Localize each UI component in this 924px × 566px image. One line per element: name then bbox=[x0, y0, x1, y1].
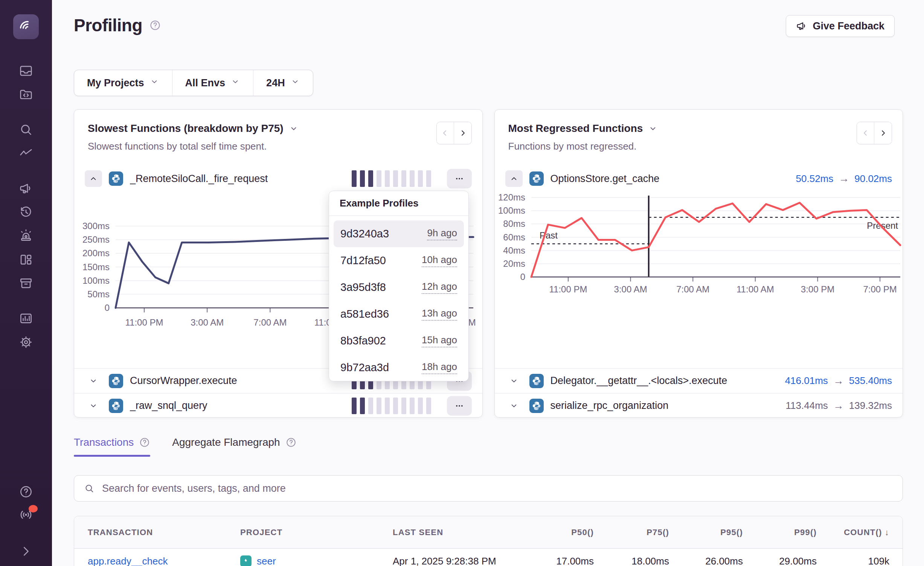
expand-row-button[interactable] bbox=[85, 373, 102, 389]
whats-new-broadcast-icon[interactable] bbox=[19, 508, 33, 522]
function-row[interactable]: serialize_rpc_organization113.44ms→139.3… bbox=[495, 393, 903, 418]
column-header-p75[interactable]: P75() bbox=[594, 528, 669, 537]
profile-item[interactable]: 8b3fa90215h ago bbox=[334, 327, 464, 354]
feedback-megaphone-icon[interactable] bbox=[19, 181, 33, 196]
svg-text:11:00 AM: 11:00 AM bbox=[736, 284, 774, 294]
example-profiles-menu-button[interactable] bbox=[447, 169, 472, 188]
python-project-icon bbox=[109, 374, 123, 388]
replays-history-icon[interactable] bbox=[19, 205, 33, 219]
notification-dot bbox=[29, 505, 38, 512]
tab-help-icon[interactable] bbox=[285, 437, 297, 448]
svg-text:200ms: 200ms bbox=[82, 248, 110, 258]
sidebar-nav bbox=[19, 39, 33, 349]
profile-id[interactable]: 8b3fa902 bbox=[340, 335, 386, 347]
table-row[interactable]: app.ready__checkseerApr 1, 2025 9:28:38 … bbox=[74, 549, 903, 566]
profile-age[interactable]: 9h ago bbox=[427, 227, 457, 240]
filter-all-envs[interactable]: All Envs bbox=[172, 70, 254, 96]
column-header-count[interactable]: COUNT() ↓ bbox=[817, 528, 889, 537]
profile-item[interactable]: 3a95d3f812h ago bbox=[334, 274, 464, 301]
tab-label: Transactions bbox=[74, 436, 134, 448]
dashboards-grid-icon[interactable] bbox=[19, 252, 33, 267]
project-cell[interactable]: seer bbox=[240, 555, 393, 566]
profile-id[interactable]: 3a95d3f8 bbox=[340, 281, 386, 294]
pager-prev-button[interactable] bbox=[437, 122, 454, 144]
svg-text:50ms: 50ms bbox=[87, 289, 110, 299]
filter-label: All Envs bbox=[185, 77, 226, 89]
stats-icon[interactable] bbox=[19, 311, 33, 326]
profile-item[interactable]: a581ed3613h ago bbox=[334, 301, 464, 327]
python-project-icon bbox=[109, 171, 123, 186]
pager-next-button[interactable] bbox=[454, 122, 471, 144]
function-name: OptionsStore.get_cache bbox=[550, 173, 660, 185]
chevron-down-icon bbox=[290, 77, 300, 89]
issues-inbox-icon[interactable] bbox=[19, 64, 33, 78]
svg-text:40ms: 40ms bbox=[503, 245, 525, 255]
p75-cell: 18.00ms bbox=[594, 555, 669, 566]
chevron-down-icon bbox=[648, 124, 658, 133]
profile-id[interactable]: 9b72aa3d bbox=[340, 361, 389, 374]
duration-before: 113.44ms bbox=[786, 400, 828, 411]
profiling-help-icon[interactable] bbox=[149, 19, 161, 31]
function-row[interactable]: _raw_snql_query bbox=[74, 393, 482, 418]
column-header-p95[interactable]: P95() bbox=[669, 528, 743, 537]
regression-values[interactable]: 50.52ms→90.02ms bbox=[796, 173, 892, 185]
profile-item[interactable]: 7d12fa5010h ago bbox=[334, 247, 464, 274]
column-header-project[interactable]: PROJECT bbox=[240, 528, 393, 537]
profile-age[interactable]: 12h ago bbox=[422, 281, 457, 294]
example-profiles-menu-button[interactable] bbox=[447, 396, 472, 416]
profile-id[interactable]: 7d12fa50 bbox=[340, 254, 386, 267]
column-header-transaction[interactable]: TRANSACTION bbox=[88, 528, 240, 537]
popup-title: Example Profiles bbox=[329, 191, 468, 216]
collapse-chevron-icon[interactable] bbox=[19, 544, 33, 558]
chevron-down-icon bbox=[149, 77, 159, 89]
profile-item[interactable]: 9b72aa3d18h ago bbox=[334, 354, 464, 381]
transaction-link[interactable]: app.ready__check bbox=[88, 555, 240, 566]
example-profiles-popup: Example Profiles 9d3240a39h ago7d12fa501… bbox=[329, 191, 469, 381]
profile-id[interactable]: a581ed36 bbox=[340, 308, 389, 320]
svg-text:11:00 PM: 11:00 PM bbox=[125, 317, 163, 327]
regression-values[interactable]: 416.01ms→535.40ms bbox=[785, 375, 892, 387]
function-row[interactable]: OptionsStore.get_cache50.52ms→90.02ms bbox=[495, 164, 903, 193]
profile-item[interactable]: 9d3240a39h ago bbox=[334, 220, 464, 247]
slowest-pager bbox=[436, 122, 472, 144]
profile-age[interactable]: 13h ago bbox=[422, 307, 457, 321]
search-icon[interactable] bbox=[19, 122, 33, 137]
collapse-row-button[interactable] bbox=[85, 170, 102, 187]
collapse-row-button[interactable] bbox=[505, 170, 523, 187]
alerts-siren-icon[interactable] bbox=[19, 229, 33, 243]
column-header-p99[interactable]: P99() bbox=[743, 528, 817, 537]
tab-aggregate-flamegraph[interactable]: Aggregate Flamegraph bbox=[172, 436, 296, 457]
give-feedback-button[interactable]: Give Feedback bbox=[786, 15, 895, 37]
active-tab-underline bbox=[172, 455, 296, 457]
slowest-functions-title-dropdown[interactable]: Slowest Functions (breakdown by P75) bbox=[88, 122, 472, 135]
filter-my-projects[interactable]: My Projects bbox=[74, 70, 172, 96]
profile-id[interactable]: 9d3240a3 bbox=[340, 228, 389, 240]
help-icon[interactable] bbox=[19, 485, 33, 499]
tab-help-icon[interactable] bbox=[139, 437, 150, 448]
pager-prev-button[interactable] bbox=[857, 122, 874, 144]
tab-transactions[interactable]: Transactions bbox=[74, 436, 150, 457]
column-header-p50[interactable]: P50() bbox=[520, 528, 594, 537]
expand-row-button[interactable] bbox=[505, 398, 523, 414]
profile-age[interactable]: 10h ago bbox=[422, 254, 457, 267]
sentry-logo[interactable] bbox=[13, 14, 39, 39]
function-row[interactable]: _RemoteSiloCall._fire_request bbox=[74, 164, 482, 193]
svg-text:150ms: 150ms bbox=[82, 262, 110, 272]
profile-age[interactable]: 18h ago bbox=[422, 361, 457, 374]
search-input[interactable] bbox=[102, 483, 893, 494]
megaphone-icon bbox=[796, 20, 807, 32]
filter-24h[interactable]: 24H bbox=[253, 70, 313, 96]
pager-next-button[interactable] bbox=[874, 122, 892, 144]
settings-gear-icon[interactable] bbox=[19, 335, 33, 349]
column-header-lastseen[interactable]: LAST SEEN bbox=[393, 528, 520, 537]
profile-age[interactable]: 15h ago bbox=[422, 334, 457, 347]
svg-text:Present: Present bbox=[867, 220, 898, 231]
releases-archive-icon[interactable] bbox=[19, 276, 33, 291]
function-row[interactable]: Delegator.__getattr__.<locals>.execute41… bbox=[495, 368, 903, 393]
expand-row-button[interactable] bbox=[85, 398, 102, 414]
most-regressed-chart: 020ms40ms60ms80ms100ms120ms11:00 PM3:00 … bbox=[495, 193, 903, 368]
trends-icon[interactable] bbox=[19, 146, 33, 161]
most-regressed-title-dropdown[interactable]: Most Regressed Functions bbox=[508, 122, 892, 135]
expand-row-button[interactable] bbox=[505, 373, 523, 389]
projects-folder-icon[interactable] bbox=[19, 87, 33, 102]
